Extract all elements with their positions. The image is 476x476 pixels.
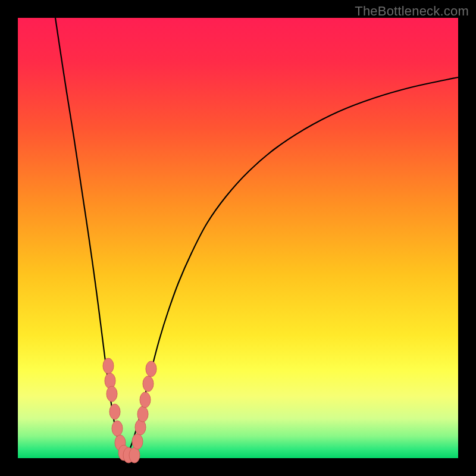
valley-marker xyxy=(107,386,117,402)
valley-marker xyxy=(103,358,114,374)
valley-marker xyxy=(146,361,156,377)
valley-marker xyxy=(137,406,148,422)
valley-marker xyxy=(132,434,143,449)
valley-marker xyxy=(109,404,120,419)
chart-frame: TheBottleneck.com xyxy=(0,0,476,476)
valley-marker xyxy=(140,392,151,408)
curves-layer xyxy=(18,18,458,458)
valley-markers xyxy=(103,358,156,463)
valley-marker xyxy=(129,447,140,463)
watermark-text: TheBottleneck.com xyxy=(355,4,469,19)
valley-marker xyxy=(143,376,154,392)
right-curve xyxy=(126,77,458,457)
plot-area xyxy=(18,18,458,458)
valley-marker xyxy=(112,421,123,436)
valley-marker xyxy=(105,373,115,389)
